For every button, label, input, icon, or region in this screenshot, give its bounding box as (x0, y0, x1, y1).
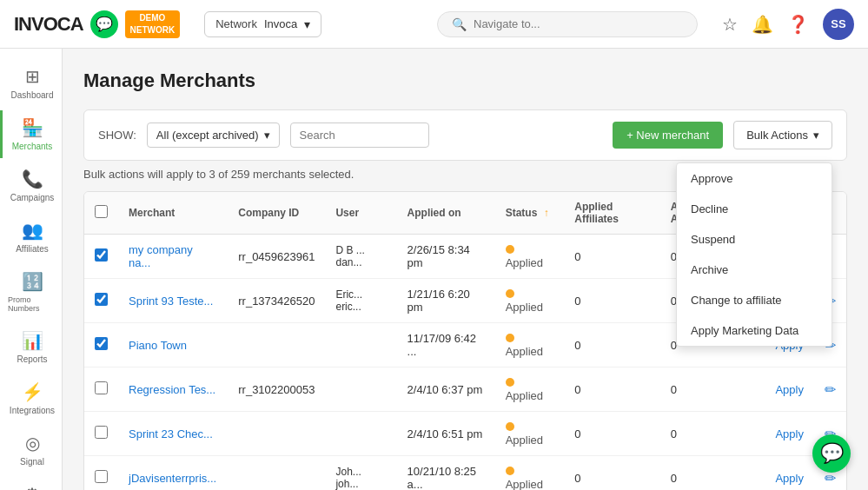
status-cell: Applied (495, 279, 565, 323)
bulk-chevron-icon: ▾ (813, 129, 819, 142)
merchant-link[interactable]: Sprint 93 Teste... (129, 295, 213, 308)
dropdown-item-apply-marketing-data[interactable]: Apply Marketing Data (677, 315, 832, 346)
bulk-actions-label: Bulk Actions (746, 129, 808, 142)
sidebar-item-label: Merchants (12, 142, 53, 151)
company-id-cell: rr_0459623961 (228, 235, 325, 279)
dropdown-item-archive[interactable]: Archive (677, 255, 832, 285)
dropdown-item-change-to-affiliate[interactable]: Change to affiliate (677, 285, 832, 315)
filter-select[interactable]: All (except archived) ▾ (147, 122, 280, 148)
campaigns-icon: 📞 (22, 169, 43, 189)
row-checkbox[interactable] (95, 337, 108, 350)
apply-button[interactable]: Apply (775, 383, 804, 396)
applied-affiliates-cell: 0 (564, 235, 659, 279)
applied-on-cell: 1/21/16 6:20 pm (397, 279, 495, 323)
sidebar-item-label: Dashboard (11, 90, 54, 100)
row-checkbox[interactable] (95, 293, 108, 306)
bulk-actions-button[interactable]: Bulk Actions ▾ (733, 121, 832, 149)
user-cell (325, 412, 396, 456)
nav-icons: ☆ 🔔 ❓ SS (722, 9, 854, 40)
global-search[interactable]: 🔍 (437, 11, 698, 37)
bulk-actions-dropdown: Approve Decline Suspend Archive Change t… (676, 162, 832, 347)
table-row: Regression Tes... rr_3102200053 2/4/10 6… (84, 368, 846, 412)
applied-affiliates-cell: 0 (564, 412, 659, 456)
logo-area: INVOCA 💬 DEMO NETWORK (14, 10, 180, 38)
star-icon[interactable]: ☆ (722, 14, 738, 35)
sidebar-item-affiliates[interactable]: 👥 Affiliates (0, 213, 62, 261)
approved-affiliates-cell: 0 (660, 368, 765, 412)
help-icon[interactable]: ❓ (787, 14, 809, 35)
toolbar: SHOW: All (except archived) ▾ + New merc… (83, 109, 847, 161)
user-cell (325, 368, 396, 412)
sidebar-item-label: Campaigns (10, 193, 55, 202)
applied-on-cell: 10/21/10 8:25 a... (397, 456, 495, 491)
col-header-applied-affiliates: Applied Affiliates (564, 192, 659, 235)
sidebar-item-signal[interactable]: ◎ Signal (0, 426, 62, 473)
edit-button[interactable]: ✏ (825, 381, 836, 398)
merchant-link[interactable]: Regression Tes... (129, 383, 215, 396)
applied-affiliates-cell: 0 (564, 279, 659, 323)
signal-icon: ◎ (25, 433, 40, 454)
company-id-cell (228, 323, 325, 368)
settings-icon: ⚙ (24, 484, 40, 490)
sidebar-item-label: Integrations (10, 406, 55, 415)
reports-icon: 📊 (22, 330, 43, 351)
applied-affiliates-cell: 0 (564, 456, 659, 491)
search-input[interactable] (474, 17, 683, 30)
approved-affiliates-cell: 0 (660, 412, 765, 456)
row-checkbox[interactable] (95, 248, 108, 262)
promo-numbers-icon: 🔢 (22, 271, 43, 292)
merchant-link[interactable]: Piano Town (129, 339, 187, 352)
bell-icon[interactable]: 🔔 (752, 14, 773, 35)
sidebar-item-merchants[interactable]: 🏪 Merchants (0, 110, 62, 158)
network-chevron-icon: ▾ (304, 17, 310, 31)
user-cell: Joh... joh... (325, 456, 396, 491)
sidebar-item-settings[interactable]: ⚙ Settings (0, 477, 62, 490)
merchants-icon: 🏪 (22, 117, 43, 138)
dropdown-item-decline[interactable]: Decline (677, 194, 832, 224)
dropdown-item-suspend[interactable]: Suspend (677, 224, 832, 255)
status-cell: Applied (495, 235, 565, 279)
table-row: jDavisenterrpris... Joh... joh... 10/21/… (84, 456, 846, 491)
sidebar-item-campaigns[interactable]: 📞 Campaigns (0, 162, 62, 209)
sidebar-item-dashboard[interactable]: ⊞ Dashboard (0, 59, 62, 107)
applied-on-cell: 2/26/15 8:34 pm (397, 235, 495, 279)
sidebar-item-label: Promo Numbers (8, 295, 56, 313)
user-cell: Eric... eric... (325, 279, 396, 323)
search-input[interactable] (290, 122, 429, 148)
app-body: ⊞ Dashboard 🏪 Merchants 📞 Campaigns 👥 Af… (0, 49, 868, 490)
filter-chevron-icon: ▾ (264, 129, 270, 142)
col-header-user: User (325, 192, 396, 235)
sidebar-item-label: Affiliates (16, 244, 49, 254)
network-selector[interactable]: Network Invoca ▾ (204, 11, 321, 37)
affiliates-icon: 👥 (22, 220, 43, 241)
sidebar: ⊞ Dashboard 🏪 Merchants 📞 Campaigns 👥 Af… (0, 49, 63, 490)
applied-affiliates-cell: 0 (564, 368, 659, 412)
avatar[interactable]: SS (823, 9, 854, 40)
row-checkbox[interactable] (95, 381, 108, 394)
sidebar-item-reports[interactable]: 📊 Reports (0, 323, 62, 371)
page-title: Manage Merchants (83, 70, 847, 92)
chat-bubble[interactable]: 💬 (812, 434, 851, 473)
col-header-status: Status ↑ (495, 192, 565, 235)
table-row: Sprint 23 Chec... 2/4/10 6:51 pm Applied… (84, 412, 846, 456)
show-label: SHOW: (98, 129, 136, 142)
company-id-cell: rr_1373426520 (228, 279, 325, 323)
select-all-checkbox[interactable] (95, 205, 108, 218)
status-cell: Applied (495, 456, 565, 491)
search-icon: 🔍 (452, 17, 467, 31)
merchant-link[interactable]: jDavisenterrpris... (129, 472, 216, 485)
sidebar-item-integrations[interactable]: ⚡ Integrations (0, 374, 62, 422)
applied-on-cell: 2/4/10 6:37 pm (397, 368, 495, 412)
row-checkbox[interactable] (95, 426, 108, 439)
sidebar-item-label: Signal (20, 457, 44, 467)
sidebar-item-promo-numbers[interactable]: 🔢 Promo Numbers (0, 264, 62, 320)
dropdown-item-approve[interactable]: Approve (677, 163, 832, 194)
applied-on-cell: 11/17/09 6:42 ... (397, 323, 495, 368)
merchant-link[interactable]: my company na... (129, 243, 193, 269)
integrations-icon: ⚡ (22, 381, 43, 402)
row-checkbox[interactable] (95, 470, 108, 483)
new-merchant-button[interactable]: + New merchant (613, 122, 723, 149)
apply-button[interactable]: Apply (775, 427, 804, 440)
merchant-link[interactable]: Sprint 23 Chec... (129, 427, 213, 440)
apply-button[interactable]: Apply (775, 472, 804, 485)
